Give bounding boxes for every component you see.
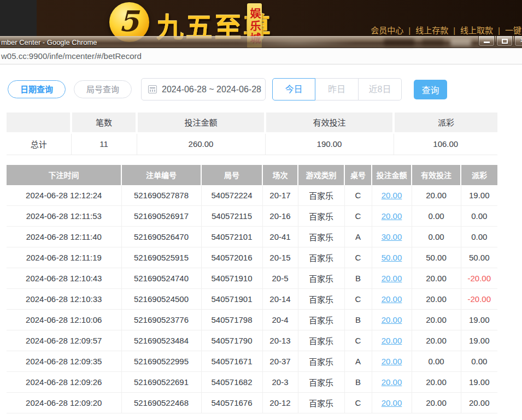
summary-value-cell: 260.00: [137, 133, 265, 155]
maximize-icon: [502, 39, 508, 44]
nav-link[interactable]: 线上存款: [415, 26, 448, 35]
bet-amount-link[interactable]: 20.00: [382, 398, 402, 407]
cell-valid-bet: 20.00: [412, 310, 461, 330]
nav-link[interactable]: 会员中心: [371, 26, 403, 35]
summary-value-cell: 106.00: [394, 133, 497, 155]
cell-payout: 19.00: [461, 310, 497, 330]
bet-amount-link[interactable]: 20.00: [382, 191, 402, 200]
cell-game-type: 百家乐: [298, 372, 344, 393]
cell-session: 20-13: [262, 330, 298, 351]
cell-bet-time: 2024-06-28 12:10:06: [7, 310, 121, 330]
cell-game-type: 百家乐: [298, 330, 344, 351]
nav-separator: |: [408, 26, 410, 35]
bet-amount-link[interactable]: 20.00: [382, 377, 402, 387]
bet-amount-link[interactable]: 30.00: [382, 232, 402, 241]
cell-payout: 0.00: [461, 351, 497, 372]
cell-round-no: 540571682: [201, 372, 262, 393]
window-title: mber Center - Google Chrome: [1, 38, 97, 46]
summary-total-row: 总计11260.00190.00106.00: [7, 133, 497, 155]
round-query-tab[interactable]: 局号查询: [74, 80, 132, 98]
address-bar[interactable]: w05.cc:9900/infe/mcenter/#/betRecord: [0, 48, 522, 64]
cell-game-type: 百家乐: [298, 289, 344, 310]
bet-amount-link[interactable]: 20.00: [382, 315, 402, 324]
bet-amount-link[interactable]: 20.00: [382, 294, 402, 304]
maximize-button[interactable]: [496, 36, 513, 46]
cell-session: 20-15: [262, 247, 298, 268]
today-button[interactable]: 今日: [272, 78, 315, 100]
cell-table-no: C: [344, 393, 372, 413]
cell-game-type: 百家乐: [298, 227, 344, 247]
cell-payout: 0.00: [461, 227, 497, 247]
table-row: 2024-06-28 12:09:20521690522468540571676…: [7, 393, 497, 413]
quick-range-group: 今日 昨日 近8日: [272, 78, 402, 100]
cell-session: 20-17: [262, 185, 298, 206]
minimize-button[interactable]: [478, 36, 495, 46]
window-titlebar[interactable]: mber Center - Google Chrome ✕: [0, 36, 522, 48]
cell-payout: 19.00: [461, 330, 497, 351]
summary-header-cell: 派彩: [394, 113, 497, 133]
minimize-icon: [484, 42, 490, 43]
table-row: 2024-06-28 12:09:26521690522691540571682…: [7, 372, 497, 393]
cell-session: 20-16: [262, 206, 298, 227]
bet-amount-link[interactable]: 50.00: [382, 253, 402, 262]
cell-round-no: 540571676: [201, 393, 262, 413]
cell-bet-time: 2024-06-28 12:11:19: [7, 247, 121, 268]
cell-valid-bet: 20.00: [412, 185, 461, 206]
cell-table-no: C: [344, 247, 372, 268]
table-row: 2024-06-28 12:11:19521690525915540572016…: [7, 247, 497, 268]
cell-bet-no: 521690524740: [121, 268, 201, 289]
cell-bet-no: 521690522468: [121, 393, 201, 413]
records-header-table-no: 桌号: [344, 165, 372, 185]
table-row: 2024-06-28 12:12:24521690527878540572224…: [7, 185, 497, 206]
cell-round-no: 540572224: [201, 185, 262, 206]
cell-table-no: A: [344, 227, 372, 247]
cell-valid-bet: 0.00: [412, 227, 461, 247]
cell-bet-amount: 20.00: [372, 310, 412, 330]
records-header-row: 下注时间注单编号局号场次游戏类别桌号投注金额有效投注派彩: [7, 165, 497, 185]
records-header-bet-time: 下注时间: [7, 165, 121, 185]
date-query-tab[interactable]: 日期查询: [8, 80, 66, 98]
cell-bet-no: 521690523776: [121, 310, 201, 330]
cell-payout: 19.00: [461, 185, 497, 206]
close-button[interactable]: ✕: [514, 36, 522, 46]
summary-value-cell: 11: [71, 133, 137, 155]
table-row: 2024-06-28 12:10:43521690524740540571910…: [7, 268, 497, 289]
redacted-blob: [384, 39, 414, 46]
cell-bet-amount: 50.00: [372, 247, 412, 268]
cell-round-no: 540572115: [201, 206, 262, 227]
cell-valid-bet: 50.00: [412, 247, 461, 268]
cell-bet-amount: 20.00: [372, 351, 412, 372]
nav-link[interactable]: 线上取款: [460, 26, 493, 35]
bet-amount-link[interactable]: 20.00: [382, 357, 402, 366]
cell-payout: -20.00: [461, 289, 497, 310]
cell-bet-no: 521690525915: [121, 247, 201, 268]
cell-valid-bet: 20.00: [412, 393, 461, 413]
bet-amount-link[interactable]: 20.00: [382, 211, 402, 221]
table-row: 2024-06-28 12:11:53521690526917540572115…: [7, 206, 497, 227]
logo-number: 5: [119, 4, 138, 38]
search-button[interactable]: 查询: [414, 80, 447, 99]
cell-game-type: 百家乐: [298, 185, 344, 206]
summary-header-cell: 笔数: [71, 113, 137, 133]
bet-amount-link[interactable]: 20.00: [382, 274, 402, 283]
last8days-button[interactable]: 近8日: [359, 78, 402, 100]
records-header-payout: 派彩: [461, 165, 497, 185]
table-row: 2024-06-28 12:09:57521690523484540571790…: [7, 330, 497, 351]
bet-amount-link[interactable]: 20.00: [382, 336, 402, 345]
redacted-blob: [450, 39, 471, 46]
cell-bet-no: 521690522995: [121, 351, 201, 372]
summary-total-label: 总计: [7, 133, 71, 155]
summary-header-cell: 投注金额: [137, 113, 265, 133]
date-range-picker[interactable]: 2024-06-28 ~ 2024-06-28: [141, 78, 266, 100]
yesterday-button[interactable]: 昨日: [315, 78, 359, 100]
cell-bet-time: 2024-06-28 12:10:43: [7, 268, 121, 289]
nav-link[interactable]: 一键账: [505, 26, 522, 35]
records-header-valid-bet: 有效投注: [412, 165, 461, 185]
cell-bet-amount: 20.00: [372, 393, 412, 413]
cell-round-no: 540571901: [201, 289, 262, 310]
cell-bet-amount: 30.00: [372, 227, 412, 247]
cell-game-type: 百家乐: [298, 247, 344, 268]
cell-table-no: C: [344, 330, 372, 351]
cell-payout: -20.00: [461, 268, 497, 289]
cell-table-no: B: [344, 372, 372, 393]
